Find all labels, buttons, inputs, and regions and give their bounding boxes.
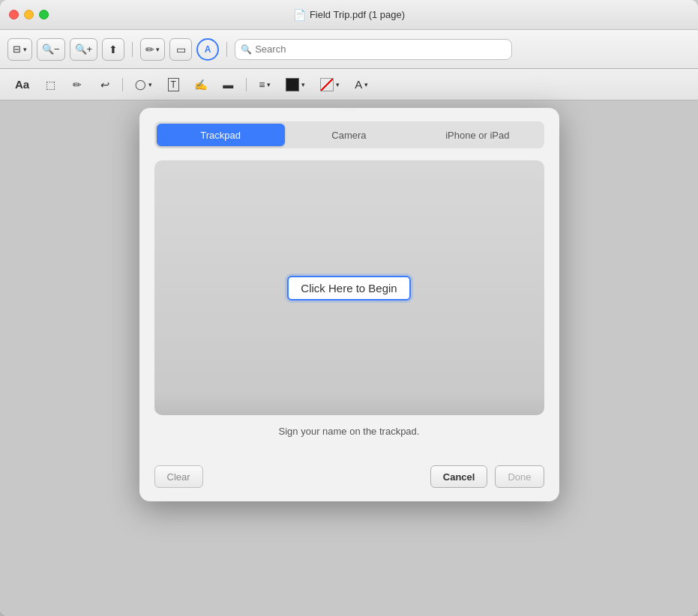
text-box-button[interactable]: T bbox=[163, 74, 184, 95]
list-style-button[interactable]: ≡ ▾ bbox=[254, 74, 275, 95]
fill-color-button[interactable]: ▾ bbox=[281, 74, 310, 95]
sketch-button[interactable]: ✏ bbox=[67, 74, 88, 95]
tab-bar: Trackpad Camera iPhone or iPad bbox=[154, 121, 544, 148]
font-button[interactable]: A ▾ bbox=[350, 74, 373, 95]
markup-box-icon: ▭ bbox=[176, 43, 186, 55]
text-style-icon: Aa bbox=[15, 78, 29, 91]
pen-dropdown-icon: ▾ bbox=[156, 46, 160, 53]
search-input[interactable] bbox=[235, 39, 512, 60]
selection-icon: ⬚ bbox=[46, 79, 55, 91]
toolbar-separator-2 bbox=[226, 42, 227, 57]
sketch-icon: ✏ bbox=[73, 79, 82, 91]
close-button[interactable] bbox=[9, 10, 19, 19]
main-toolbar: ⊟ ▾ 🔍− 🔍+ ⬆ ✏ ▾ ▭ A bbox=[0, 30, 698, 69]
shapes-button[interactable]: ◯ ▾ bbox=[130, 74, 157, 95]
erase-button[interactable]: ↩ bbox=[94, 74, 115, 95]
shapes-icon: ◯ bbox=[135, 79, 146, 90]
tab-iphone-ipad[interactable]: iPhone or iPad bbox=[413, 124, 541, 146]
list-chevron: ▾ bbox=[267, 81, 271, 88]
app-window: 📄 Field Trip.pdf (1 page) ⊟ ▾ 🔍− 🔍+ ⬆ ✏ … bbox=[0, 0, 698, 616]
titlebar: 📄 Field Trip.pdf (1 page) bbox=[0, 0, 698, 30]
zoom-out-button[interactable]: 🔍− bbox=[37, 38, 65, 61]
minimize-button[interactable] bbox=[24, 10, 34, 19]
annotation-toolbar: Aa ⬚ ✏ ↩ ◯ ▾ T ✍ ▬ ≡ ▾ bbox=[0, 69, 698, 100]
list-icon: ≡ bbox=[259, 79, 265, 91]
pen-icon: ✏ bbox=[145, 43, 154, 55]
signature-modal: Trackpad Camera iPhone or iPad Click Her… bbox=[139, 108, 559, 501]
note-icon: ▬ bbox=[223, 79, 233, 91]
maximize-button[interactable] bbox=[39, 10, 49, 19]
done-button[interactable]: Done bbox=[495, 465, 544, 488]
share-icon: ⬆ bbox=[109, 43, 118, 55]
text-box-icon: T bbox=[168, 78, 179, 91]
shapes-chevron: ▾ bbox=[148, 81, 152, 88]
modal-overlay: Trackpad Camera iPhone or iPad Click Her… bbox=[0, 100, 698, 616]
signature-icon: ✍ bbox=[194, 79, 207, 91]
search-wrapper: 🔍 bbox=[235, 39, 512, 60]
file-icon: 📄 bbox=[293, 9, 306, 21]
stroke-color-chevron: ▾ bbox=[336, 81, 340, 88]
annotation-letter-icon: A bbox=[205, 44, 211, 55]
cancel-button[interactable]: Cancel bbox=[430, 465, 488, 488]
instruction-text: Sign your name on the trackpad. bbox=[154, 426, 544, 437]
font-chevron: ▾ bbox=[364, 81, 368, 88]
markup-button[interactable]: ▭ bbox=[169, 38, 192, 61]
stroke-color-button[interactable]: ▾ bbox=[316, 74, 344, 95]
zoom-in-button[interactable]: 🔍+ bbox=[70, 38, 98, 61]
footer-right: Cancel Done bbox=[430, 465, 544, 488]
footer-left: Clear bbox=[154, 465, 430, 488]
anno-separator-1 bbox=[122, 78, 123, 91]
signature-drawing-area[interactable]: Click Here to Begin bbox=[154, 160, 544, 415]
click-here-to-begin-button[interactable]: Click Here to Begin bbox=[287, 276, 410, 301]
window-title-text: Field Trip.pdf (1 page) bbox=[310, 9, 405, 20]
tab-camera[interactable]: Camera bbox=[285, 124, 413, 146]
toolbar-separator-1 bbox=[132, 42, 133, 57]
modal-content: Trackpad Camera iPhone or iPad Click Her… bbox=[139, 108, 559, 465]
sidebar-icon: ⊟ bbox=[13, 43, 21, 55]
annotation-mode-button[interactable]: A bbox=[196, 38, 219, 61]
pen-tool-button[interactable]: ✏ ▾ bbox=[140, 38, 165, 61]
chevron-down-icon: ▾ bbox=[23, 46, 27, 53]
text-style-button[interactable]: Aa bbox=[10, 74, 34, 95]
signature-button[interactable]: ✍ bbox=[190, 74, 211, 95]
traffic-lights bbox=[9, 10, 49, 19]
stroke-color-slash bbox=[320, 78, 334, 91]
modal-footer: Clear Cancel Done bbox=[139, 465, 559, 501]
anno-separator-2 bbox=[246, 78, 247, 91]
clear-button[interactable]: Clear bbox=[154, 465, 203, 488]
content-area: Trackpad Camera iPhone or iPad Click Her… bbox=[0, 100, 698, 616]
erase-icon: ↩ bbox=[100, 79, 109, 91]
note-button[interactable]: ▬ bbox=[217, 74, 238, 95]
font-icon: A bbox=[355, 78, 362, 91]
sidebar-toggle-button[interactable]: ⊟ ▾ bbox=[7, 38, 32, 61]
fill-color-chevron: ▾ bbox=[301, 81, 305, 88]
zoom-out-icon: 🔍− bbox=[42, 43, 60, 55]
window-title: 📄 Field Trip.pdf (1 page) bbox=[293, 9, 405, 21]
tab-trackpad[interactable]: Trackpad bbox=[157, 124, 285, 146]
selection-button[interactable]: ⬚ bbox=[40, 74, 61, 95]
zoom-in-icon: 🔍+ bbox=[75, 43, 93, 55]
fill-color-swatch bbox=[286, 78, 299, 91]
share-button[interactable]: ⬆ bbox=[102, 38, 124, 61]
